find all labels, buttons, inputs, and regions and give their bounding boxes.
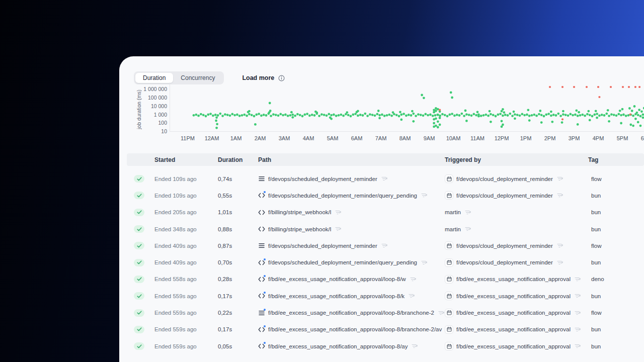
succeeded-jobs-point[interactable] <box>444 114 446 116</box>
succeeded-jobs-point[interactable] <box>269 110 272 112</box>
succeeded-jobs-point[interactable] <box>555 114 557 117</box>
job-path-link[interactable]: f/bd/ee_excess_usage_notification_approv… <box>268 276 406 282</box>
job-path-link[interactable]: f/devops/scheduled_deployment_reminder <box>268 176 377 182</box>
succeeded-jobs-point[interactable] <box>641 116 644 119</box>
succeeded-jobs-point[interactable] <box>241 114 244 117</box>
succeeded-jobs-point[interactable] <box>315 112 318 114</box>
succeeded-jobs-point[interactable] <box>615 114 618 117</box>
filter-icon[interactable] <box>438 310 444 316</box>
succeeded-jobs-point[interactable] <box>490 121 492 123</box>
succeeded-jobs-point[interactable] <box>381 114 383 116</box>
succeeded-jobs-point[interactable] <box>217 114 219 117</box>
table-row[interactable]: Ended 559s ago 0,17s f/bd/ee_excess_usag… <box>119 288 644 304</box>
trigger-link[interactable]: f/bd/ee_excess_usage_notification_approv… <box>456 343 571 349</box>
succeeded-jobs-point[interactable] <box>577 115 579 117</box>
succeeded-jobs-point[interactable] <box>265 114 268 117</box>
succeeded-jobs-point[interactable] <box>386 114 388 117</box>
succeeded-jobs-point[interactable] <box>601 114 603 116</box>
succeeded-jobs-point[interactable] <box>195 114 197 116</box>
succeeded-jobs-point[interactable] <box>415 115 417 117</box>
succeeded-jobs-point[interactable] <box>236 114 238 116</box>
succeeded-jobs-point[interactable] <box>369 113 371 116</box>
succeeded-jobs-point[interactable] <box>511 115 514 117</box>
succeeded-jobs-point[interactable] <box>526 114 528 116</box>
failed-jobs-point[interactable] <box>561 118 564 120</box>
succeeded-jobs-point[interactable] <box>470 114 473 117</box>
job-path-link[interactable]: f/bd/ee_excess_usage_notification_approv… <box>268 293 405 299</box>
failed-jobs-point[interactable] <box>439 109 441 111</box>
succeeded-jobs-point[interactable] <box>495 115 497 118</box>
failed-jobs-point[interactable] <box>622 86 624 88</box>
succeeded-jobs-point[interactable] <box>565 114 567 116</box>
succeeded-jobs-point[interactable] <box>434 114 437 117</box>
succeeded-jobs-point[interactable] <box>193 114 195 117</box>
succeeded-jobs-point[interactable] <box>359 114 362 116</box>
succeeded-jobs-point[interactable] <box>528 115 531 117</box>
succeeded-jobs-point[interactable] <box>519 114 521 117</box>
succeeded-jobs-point[interactable] <box>398 115 400 118</box>
succeeded-jobs-point[interactable] <box>586 113 589 116</box>
succeeded-jobs-point[interactable] <box>480 115 482 117</box>
succeeded-jobs-point[interactable] <box>435 125 437 127</box>
succeeded-jobs-point[interactable] <box>465 120 468 122</box>
succeeded-jobs-point[interactable] <box>439 115 441 117</box>
succeeded-jobs-point[interactable] <box>439 117 441 119</box>
succeeded-jobs-point[interactable] <box>224 113 226 116</box>
job-path-link[interactable]: f/billing/stripe_webhook/l <box>268 209 331 215</box>
trigger-link[interactable]: f/bd/ee_excess_usage_notification_approv… <box>456 326 571 332</box>
succeeded-jobs-point[interactable] <box>621 108 624 111</box>
succeeded-jobs-point[interactable] <box>620 122 622 125</box>
succeeded-jobs-point[interactable] <box>388 114 390 116</box>
succeeded-jobs-point[interactable] <box>243 114 246 116</box>
succeeded-jobs-point[interactable] <box>557 113 559 115</box>
succeeded-jobs-point[interactable] <box>226 114 229 116</box>
succeeded-jobs-point[interactable] <box>254 123 257 126</box>
trigger-link[interactable]: f/devops/cloud_deployment_reminder <box>456 259 553 265</box>
filter-icon[interactable] <box>575 310 581 316</box>
succeeded-jobs-point[interactable] <box>255 114 258 116</box>
table-row[interactable]: Ended 205s ago 1,01s f/billing/stripe_we… <box>119 204 644 221</box>
table-row[interactable]: Ended 559s ago 0,17s f/bd/ee_excess_usag… <box>119 321 644 338</box>
succeeded-jobs-point[interactable] <box>352 114 354 116</box>
col-path[interactable]: Path <box>258 156 445 163</box>
succeeded-jobs-point[interactable] <box>340 114 342 116</box>
succeeded-jobs-point[interactable] <box>238 115 241 117</box>
succeeded-jobs-point[interactable] <box>342 115 345 117</box>
succeeded-jobs-point[interactable] <box>422 114 425 117</box>
succeeded-jobs-point[interactable] <box>625 115 627 117</box>
succeeded-jobs-point[interactable] <box>318 115 320 117</box>
succeeded-jobs-point[interactable] <box>641 114 644 116</box>
succeeded-jobs-point[interactable] <box>412 113 415 115</box>
filter-icon[interactable] <box>575 343 581 349</box>
succeeded-jobs-point[interactable] <box>632 125 634 127</box>
succeeded-jobs-point[interactable] <box>559 115 562 117</box>
succeeded-jobs-point[interactable] <box>499 113 502 115</box>
filter-icon[interactable] <box>421 193 427 198</box>
succeeded-jobs-point[interactable] <box>608 120 610 123</box>
succeeded-jobs-point[interactable] <box>282 114 284 117</box>
succeeded-jobs-point[interactable] <box>504 114 507 116</box>
succeeded-jobs-point[interactable] <box>595 110 597 112</box>
succeeded-jobs-point[interactable] <box>633 105 636 108</box>
trigger-link[interactable]: f/devops/cloud_deployment_reminder <box>456 243 553 249</box>
succeeded-jobs-point[interactable] <box>581 114 584 116</box>
succeeded-jobs-point[interactable] <box>357 110 359 112</box>
succeeded-jobs-point[interactable] <box>577 123 579 126</box>
succeeded-jobs-point[interactable] <box>270 115 272 117</box>
chart-plot[interactable]: 11PM12AM1AM2AM3AM4AM5AM6AM7AM8AM9AM10AM1… <box>170 82 644 132</box>
job-path-link[interactable]: f/bd/ee_excess_usage_notification_approv… <box>268 343 408 349</box>
succeeded-jobs-point[interactable] <box>269 102 271 105</box>
filter-icon[interactable] <box>409 293 415 299</box>
table-row[interactable]: Ended 559s ago 0,05s f/bd/ee_excess_usag… <box>119 338 644 354</box>
succeeded-jobs-point[interactable] <box>475 114 477 117</box>
succeeded-jobs-point[interactable] <box>432 115 434 117</box>
succeeded-jobs-point[interactable] <box>451 113 453 115</box>
filter-icon[interactable] <box>575 293 581 299</box>
col-tag[interactable]: Tag <box>588 156 644 163</box>
succeeded-jobs-point[interactable] <box>617 113 620 116</box>
succeeded-jobs-point[interactable] <box>492 114 495 116</box>
succeeded-jobs-point[interactable] <box>333 114 335 116</box>
succeeded-jobs-point[interactable] <box>613 114 615 116</box>
succeeded-jobs-point[interactable] <box>441 113 444 116</box>
succeeded-jobs-point[interactable] <box>629 124 632 126</box>
